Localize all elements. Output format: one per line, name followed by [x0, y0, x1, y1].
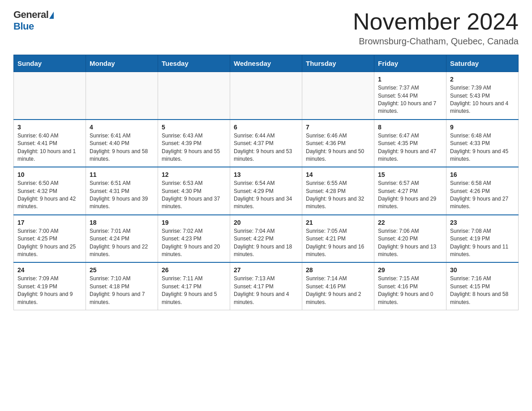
calendar-body: 1Sunrise: 7:37 AM Sunset: 5:44 PM Daylig… [14, 72, 519, 310]
calendar-cell: 23Sunrise: 7:08 AM Sunset: 4:19 PM Dayli… [446, 215, 519, 263]
calendar-cell: 10Sunrise: 6:50 AM Sunset: 4:32 PM Dayli… [14, 167, 86, 215]
calendar-cell: 7Sunrise: 6:46 AM Sunset: 4:36 PM Daylig… [302, 120, 374, 167]
calendar-title: November 2024 [353, 9, 519, 34]
calendar-cell [230, 72, 302, 120]
calendar-week-5: 24Sunrise: 7:09 AM Sunset: 4:19 PM Dayli… [14, 262, 519, 310]
calendar-cell: 20Sunrise: 7:04 AM Sunset: 4:22 PM Dayli… [230, 215, 302, 263]
day-number: 2 [450, 76, 515, 83]
calendar-week-3: 10Sunrise: 6:50 AM Sunset: 4:32 PM Dayli… [14, 167, 519, 215]
calendar-cell: 1Sunrise: 7:37 AM Sunset: 5:44 PM Daylig… [374, 72, 446, 120]
weekday-header-tuesday: Tuesday [158, 55, 230, 72]
day-number: 3 [17, 124, 82, 131]
day-number: 20 [234, 219, 298, 226]
day-number: 16 [450, 171, 515, 178]
calendar-cell: 2Sunrise: 7:39 AM Sunset: 5:43 PM Daylig… [446, 72, 519, 120]
day-number: 11 [90, 171, 154, 178]
weekday-header-saturday: Saturday [446, 55, 519, 72]
calendar-cell: 27Sunrise: 7:13 AM Sunset: 4:17 PM Dayli… [230, 262, 302, 310]
weekday-header-sunday: Sunday [14, 55, 86, 72]
day-number: 17 [17, 219, 82, 226]
calendar-cell: 15Sunrise: 6:57 AM Sunset: 4:27 PM Dayli… [374, 167, 446, 215]
weekday-header-wednesday: Wednesday [230, 55, 302, 72]
calendar-week-1: 1Sunrise: 7:37 AM Sunset: 5:44 PM Daylig… [14, 72, 519, 120]
day-number: 6 [234, 124, 298, 131]
calendar-cell [86, 72, 158, 120]
day-number: 23 [450, 219, 515, 226]
calendar-table: SundayMondayTuesdayWednesdayThursdayFrid… [13, 55, 519, 310]
day-info: Sunrise: 7:09 AM Sunset: 4:19 PM Dayligh… [17, 275, 82, 306]
day-number: 21 [306, 219, 370, 226]
day-info: Sunrise: 7:06 AM Sunset: 4:20 PM Dayligh… [378, 227, 442, 259]
calendar-cell [302, 72, 374, 120]
day-info: Sunrise: 7:16 AM Sunset: 4:15 PM Dayligh… [450, 275, 515, 306]
calendar-subtitle: Brownsburg-Chatham, Quebec, Canada [353, 36, 519, 47]
calendar-cell: 3Sunrise: 6:40 AM Sunset: 4:41 PM Daylig… [14, 120, 86, 167]
calendar-cell: 17Sunrise: 7:00 AM Sunset: 4:25 PM Dayli… [14, 215, 86, 263]
day-info: Sunrise: 6:54 AM Sunset: 4:29 PM Dayligh… [234, 180, 298, 211]
day-info: Sunrise: 6:44 AM Sunset: 4:37 PM Dayligh… [234, 132, 298, 163]
calendar-week-2: 3Sunrise: 6:40 AM Sunset: 4:41 PM Daylig… [14, 120, 519, 167]
day-info: Sunrise: 7:08 AM Sunset: 4:19 PM Dayligh… [450, 227, 515, 259]
calendar-cell: 9Sunrise: 6:48 AM Sunset: 4:33 PM Daylig… [446, 120, 519, 167]
calendar-cell: 14Sunrise: 6:55 AM Sunset: 4:28 PM Dayli… [302, 167, 374, 215]
day-number: 8 [378, 124, 442, 131]
day-info: Sunrise: 6:40 AM Sunset: 4:41 PM Dayligh… [17, 132, 82, 163]
day-info: Sunrise: 7:10 AM Sunset: 4:18 PM Dayligh… [90, 275, 154, 306]
day-number: 9 [450, 124, 515, 131]
calendar-cell: 26Sunrise: 7:11 AM Sunset: 4:17 PM Dayli… [158, 262, 230, 310]
day-info: Sunrise: 7:01 AM Sunset: 4:24 PM Dayligh… [90, 227, 154, 259]
day-info: Sunrise: 7:13 AM Sunset: 4:17 PM Dayligh… [234, 275, 298, 306]
day-info: Sunrise: 7:05 AM Sunset: 4:21 PM Dayligh… [306, 227, 370, 259]
calendar-week-4: 17Sunrise: 7:00 AM Sunset: 4:25 PM Dayli… [14, 215, 519, 263]
day-number: 5 [162, 124, 226, 131]
logo: General Blue [13, 9, 54, 32]
calendar-cell: 28Sunrise: 7:14 AM Sunset: 4:16 PM Dayli… [302, 262, 374, 310]
day-info: Sunrise: 7:37 AM Sunset: 5:44 PM Dayligh… [378, 84, 442, 116]
day-info: Sunrise: 6:55 AM Sunset: 4:28 PM Dayligh… [306, 180, 370, 211]
day-number: 25 [90, 266, 154, 274]
day-number: 30 [450, 266, 515, 274]
logo-general-text: General [13, 9, 48, 20]
weekday-header-monday: Monday [86, 55, 158, 72]
calendar-cell [14, 72, 86, 120]
logo-triangle-icon [49, 12, 54, 19]
calendar-cell: 5Sunrise: 6:43 AM Sunset: 4:39 PM Daylig… [158, 120, 230, 167]
calendar-cell: 11Sunrise: 6:51 AM Sunset: 4:31 PM Dayli… [86, 167, 158, 215]
day-number: 18 [90, 219, 154, 226]
calendar-cell: 6Sunrise: 6:44 AM Sunset: 4:37 PM Daylig… [230, 120, 302, 167]
day-info: Sunrise: 6:53 AM Sunset: 4:30 PM Dayligh… [162, 180, 226, 211]
day-info: Sunrise: 7:15 AM Sunset: 4:16 PM Dayligh… [378, 275, 442, 306]
day-info: Sunrise: 7:04 AM Sunset: 4:22 PM Dayligh… [234, 227, 298, 259]
day-number: 4 [90, 124, 154, 131]
day-number: 7 [306, 124, 370, 131]
day-info: Sunrise: 7:11 AM Sunset: 4:17 PM Dayligh… [162, 275, 226, 306]
day-info: Sunrise: 6:48 AM Sunset: 4:33 PM Dayligh… [450, 132, 515, 163]
calendar-cell: 18Sunrise: 7:01 AM Sunset: 4:24 PM Dayli… [86, 215, 158, 263]
day-info: Sunrise: 7:14 AM Sunset: 4:16 PM Dayligh… [306, 275, 370, 306]
day-number: 27 [234, 266, 298, 274]
weekday-header-row: SundayMondayTuesdayWednesdayThursdayFrid… [14, 55, 519, 72]
title-block: November 2024 Brownsburg-Chatham, Quebec… [353, 9, 519, 47]
day-info: Sunrise: 6:41 AM Sunset: 4:40 PM Dayligh… [90, 132, 154, 163]
calendar-cell: 24Sunrise: 7:09 AM Sunset: 4:19 PM Dayli… [14, 262, 86, 310]
day-info: Sunrise: 6:58 AM Sunset: 4:26 PM Dayligh… [450, 180, 515, 211]
calendar-cell: 8Sunrise: 6:47 AM Sunset: 4:35 PM Daylig… [374, 120, 446, 167]
day-number: 26 [162, 266, 226, 274]
page-header: General Blue November 2024 Brownsburg-Ch… [13, 9, 519, 47]
day-info: Sunrise: 6:51 AM Sunset: 4:31 PM Dayligh… [90, 180, 154, 211]
day-number: 15 [378, 171, 442, 178]
calendar-cell: 21Sunrise: 7:05 AM Sunset: 4:21 PM Dayli… [302, 215, 374, 263]
day-number: 12 [162, 171, 226, 178]
calendar-cell: 13Sunrise: 6:54 AM Sunset: 4:29 PM Dayli… [230, 167, 302, 215]
day-info: Sunrise: 6:46 AM Sunset: 4:36 PM Dayligh… [306, 132, 370, 163]
weekday-header-thursday: Thursday [302, 55, 374, 72]
logo-bottom-line: Blue [13, 21, 34, 32]
logo-blue-text: Blue [13, 21, 34, 32]
calendar-cell: 25Sunrise: 7:10 AM Sunset: 4:18 PM Dayli… [86, 262, 158, 310]
day-info: Sunrise: 6:50 AM Sunset: 4:32 PM Dayligh… [17, 180, 82, 211]
day-number: 13 [234, 171, 298, 178]
day-info: Sunrise: 7:02 AM Sunset: 4:23 PM Dayligh… [162, 227, 226, 259]
day-number: 19 [162, 219, 226, 226]
calendar-cell: 4Sunrise: 6:41 AM Sunset: 4:40 PM Daylig… [86, 120, 158, 167]
logo-top-line: General [13, 9, 54, 21]
